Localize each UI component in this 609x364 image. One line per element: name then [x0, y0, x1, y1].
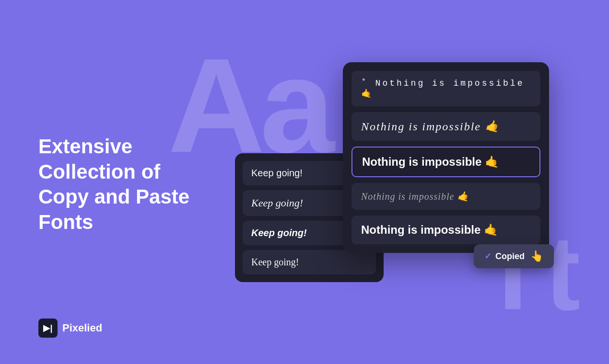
list-item[interactable]: Nothing is impossible 🤙 — [351, 183, 540, 210]
card-front: ˚ Nothing is impossible 🤙 Nothing is imp… — [343, 62, 549, 253]
list-item[interactable]: Keep going! — [243, 250, 376, 274]
list-item[interactable]: Nothing is impossible 🤙 — [351, 112, 540, 141]
logo-name: Pixelied — [62, 322, 102, 334]
logo-icon: ▶| — [38, 318, 58, 338]
page-heading: Extensive Collection of Copy and Paste F… — [38, 134, 201, 235]
list-item[interactable]: Nothing is impossible 🤙 — [351, 216, 540, 244]
list-item[interactable]: ˚ Nothing is impossible 🤙 — [351, 71, 540, 106]
logo-area: ▶| Pixelied — [38, 318, 102, 338]
copied-label: Copied — [495, 251, 525, 262]
copied-badge: ✓ Copied 👆 — [474, 244, 554, 268]
check-icon: ✓ — [484, 251, 492, 262]
list-item[interactable]: Nothing is impossible 🤙 — [351, 147, 540, 177]
cursor-icon: 👆 — [530, 250, 543, 262]
